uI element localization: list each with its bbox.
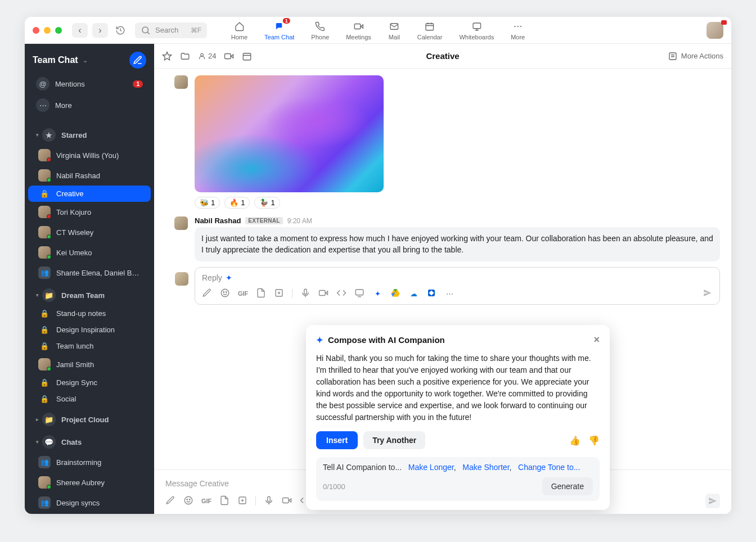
sidebar-item-lunch[interactable]: 🔒Team lunch xyxy=(28,338,151,354)
sidebar-item-design-syncs[interactable]: 👥Design syncs xyxy=(28,493,151,513)
send-button[interactable] xyxy=(705,494,720,508)
video-call-button[interactable] xyxy=(224,51,234,61)
change-tone-link[interactable]: Change Tone to... xyxy=(518,463,580,472)
minimize-window-icon[interactable] xyxy=(44,27,51,34)
tab-whiteboards[interactable]: Whiteboards xyxy=(459,20,494,40)
code-button[interactable] xyxy=(336,288,346,300)
move-button[interactable] xyxy=(180,51,190,61)
make-longer-link[interactable]: Make Longer xyxy=(408,463,454,472)
format-button[interactable] xyxy=(165,495,176,507)
audio-button[interactable] xyxy=(300,288,310,300)
onedrive-button[interactable]: ☁ xyxy=(408,290,418,298)
sidebar-item-social[interactable]: 🔒Social xyxy=(28,391,151,407)
divider xyxy=(255,496,256,505)
history-icon xyxy=(115,25,125,35)
tab-team-chat[interactable]: 1 Team Chat xyxy=(264,20,294,40)
tab-mail[interactable]: Mail xyxy=(388,20,400,40)
chevron-down-icon[interactable]: ⌄ xyxy=(83,57,88,64)
video-clip-button[interactable] xyxy=(282,495,292,507)
monitor-icon xyxy=(354,288,364,298)
make-shorter-link[interactable]: Make Shorter xyxy=(462,463,509,472)
format-button[interactable] xyxy=(202,288,212,300)
shared-image[interactable] xyxy=(195,75,384,192)
group-icon: 👥 xyxy=(38,456,51,468)
nav-forward-button[interactable]: › xyxy=(92,23,108,38)
sidebar-item-creative[interactable]: 🔒Creative xyxy=(28,186,151,202)
ai-counter-row: 0/1000 Generate xyxy=(323,477,593,495)
sidebar-item-ct[interactable]: CT Wiseley xyxy=(28,222,151,242)
svg-marker-15 xyxy=(163,52,172,60)
section-project-cloud[interactable]: ▸📁Project Cloud xyxy=(28,407,151,430)
star-button[interactable] xyxy=(162,51,172,61)
history-button[interactable] xyxy=(112,23,128,38)
file-button[interactable] xyxy=(256,288,266,300)
ai-button[interactable]: ✦ xyxy=(372,290,382,298)
profile-avatar[interactable] xyxy=(706,22,723,39)
file-button[interactable] xyxy=(219,495,230,507)
generate-button[interactable]: Generate xyxy=(542,477,593,495)
tab-calendar[interactable]: Calendar xyxy=(417,20,443,40)
box-button[interactable] xyxy=(426,288,436,300)
sidebar-mentions[interactable]: @ Mentions 1 xyxy=(28,73,151,94)
thumbs-down-button[interactable]: 👎 xyxy=(588,435,600,446)
section-starred[interactable]: ▾★Starred xyxy=(28,123,151,145)
chat-icon: 💬 xyxy=(42,435,56,449)
reply-composer[interactable]: Reply ✦ GIF xyxy=(195,267,720,305)
sidebar-more[interactable]: ⋯ More xyxy=(28,94,151,116)
more-actions-button[interactable]: More Actions xyxy=(668,51,723,61)
svg-rect-42 xyxy=(268,496,271,502)
close-button[interactable]: × xyxy=(593,334,600,346)
screenshot-button[interactable] xyxy=(274,288,284,300)
close-window-icon[interactable] xyxy=(33,27,39,34)
screenshot-button[interactable] xyxy=(237,495,248,507)
emoji-button[interactable] xyxy=(183,495,194,507)
members-button[interactable]: 24 xyxy=(198,52,216,60)
thumbs-up-button[interactable]: 👍 xyxy=(569,435,580,446)
group-icon: 👥 xyxy=(38,267,51,279)
svg-point-25 xyxy=(223,291,224,292)
tab-meetings[interactable]: Meetings xyxy=(346,20,371,40)
calendar-button[interactable] xyxy=(242,51,252,61)
sidebar-item-inspiration[interactable]: 🔒Design Inspiration xyxy=(28,322,151,338)
reaction-fire[interactable]: 🔥1 xyxy=(224,197,250,209)
emoji-button[interactable] xyxy=(220,288,230,300)
sidebar-item-shante[interactable]: 👥Shante Elena, Daniel Bow... xyxy=(28,263,151,283)
sidebar-item-sheree[interactable]: Sheree Aubrey xyxy=(28,472,151,493)
compose-button[interactable] xyxy=(129,52,146,69)
sidebar-item-virginia[interactable]: Virginia Willis (You) xyxy=(28,145,151,165)
sidebar-item-ada[interactable]: Ada Nguyen xyxy=(28,513,151,514)
screen-button[interactable] xyxy=(354,288,364,300)
search-shortcut: ⌘F xyxy=(191,26,201,34)
sidebar-item-kei[interactable]: Kei Umeko xyxy=(28,242,151,263)
sidebar-item-nabil[interactable]: Nabil Rashad xyxy=(28,165,151,186)
tab-home[interactable]: Home xyxy=(231,20,248,40)
sidebar-item-standup[interactable]: 🔒Stand-up notes xyxy=(28,305,151,322)
feedback: 👍 👎 xyxy=(569,435,600,446)
send-button[interactable] xyxy=(703,288,713,300)
nav-back-button[interactable]: ‹ xyxy=(72,23,88,38)
search-input[interactable]: Search ⌘F xyxy=(135,22,207,38)
svg-point-0 xyxy=(142,27,148,33)
sidebar-item-sync[interactable]: 🔒Design Sync xyxy=(28,374,151,391)
insert-button[interactable]: Insert xyxy=(316,431,358,449)
svg-rect-9 xyxy=(473,23,481,29)
sidebar-item-tori[interactable]: Tori Kojuro xyxy=(28,202,151,222)
section-chats[interactable]: ▾💬Chats xyxy=(28,430,151,452)
audio-button[interactable] xyxy=(264,495,274,507)
try-another-button[interactable]: Try Another xyxy=(363,431,425,449)
tab-more[interactable]: More xyxy=(511,20,525,40)
maximize-window-icon[interactable] xyxy=(55,27,62,34)
tab-phone[interactable]: Phone xyxy=(311,20,329,40)
gif-button[interactable]: GIF xyxy=(238,290,248,297)
list-icon xyxy=(668,51,678,61)
video-clip-button[interactable] xyxy=(318,288,328,300)
more-tools-button[interactable]: ⋯ xyxy=(444,290,454,298)
reaction-bee[interactable]: 🐝1 xyxy=(195,197,220,209)
sidebar-item-brainstorm[interactable]: 👥Brainstorming xyxy=(28,452,151,472)
gif-button[interactable]: GIF xyxy=(201,498,212,504)
reaction-duck[interactable]: 🦆1 xyxy=(254,197,280,209)
section-dream-team[interactable]: ▾📁Dream Team xyxy=(28,283,151,305)
nav-buttons: ‹ › xyxy=(72,23,108,38)
gdrive-button[interactable] xyxy=(390,288,400,300)
sidebar-item-jamil[interactable]: Jamil Smith xyxy=(28,354,151,374)
